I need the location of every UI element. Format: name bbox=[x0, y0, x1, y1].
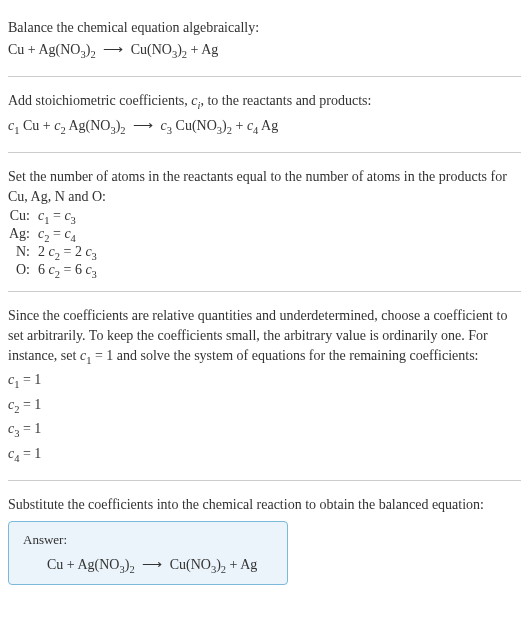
intro-equation: Cu + Ag(NO3)2 ⟶ Cu(NO3)2 + Ag bbox=[8, 40, 521, 62]
answer-title: Substitute the coefficients into the che… bbox=[8, 495, 521, 515]
coefficient-values: c1 = 1 c2 = 1 c3 = 1 c4 = 1 bbox=[8, 370, 521, 466]
atom-row-o: O: 6 c2 = 6 c3 bbox=[8, 262, 97, 280]
atom-label: Cu: bbox=[8, 208, 38, 226]
eq-lhs-cu: Cu bbox=[47, 557, 63, 572]
eq-rhs-cuno3: Cu(NO3)2 bbox=[170, 557, 226, 572]
coef-value: c2 = 1 bbox=[8, 395, 521, 417]
atom-row-ag: Ag: c2 = c4 bbox=[8, 226, 97, 244]
solve-text: Since the coefficients are relative quan… bbox=[8, 306, 521, 368]
coef-title: Add stoichiometric coefficients, ci, to … bbox=[8, 91, 521, 113]
eq-lhs-cu: Cu bbox=[8, 42, 24, 57]
atom-label: Ag: bbox=[8, 226, 38, 244]
eq-plus: + bbox=[187, 42, 201, 57]
intro-title: Balance the chemical equation algebraica… bbox=[8, 18, 521, 38]
atom-equation: c1 = c3 bbox=[38, 208, 97, 226]
atoms-title: Set the number of atoms in the reactants… bbox=[8, 167, 521, 206]
coef-value: c4 = 1 bbox=[8, 444, 521, 466]
arrow-icon: ⟶ bbox=[133, 118, 153, 133]
section-answer: Substitute the coefficients into the che… bbox=[8, 485, 521, 593]
divider bbox=[8, 152, 521, 153]
coef-value: c3 = 1 bbox=[8, 419, 521, 441]
answer-box: Answer: Cu + Ag(NO3)2 ⟶ Cu(NO3)2 + Ag bbox=[8, 521, 288, 586]
coef-equation: c1 Cu + c2 Ag(NO3)2 ⟶ c3 Cu(NO3)2 + c4 A… bbox=[8, 116, 521, 138]
eq-plus: + bbox=[24, 42, 38, 57]
atom-equations-table: Cu: c1 = c3 Ag: c2 = c4 N: 2 c2 = 2 c3 O… bbox=[8, 208, 97, 279]
coef-value: c1 = 1 bbox=[8, 370, 521, 392]
atom-equation: 2 c2 = 2 c3 bbox=[38, 244, 97, 262]
eq-lhs-agno3: Ag(NO3)2 bbox=[77, 557, 134, 572]
divider bbox=[8, 76, 521, 77]
divider bbox=[8, 480, 521, 481]
divider bbox=[8, 291, 521, 292]
arrow-icon: ⟶ bbox=[103, 42, 123, 57]
eq-lhs-agno3: Ag(NO3)2 bbox=[38, 42, 95, 57]
atom-equation: c2 = c4 bbox=[38, 226, 97, 244]
eq-rhs-ag: Ag bbox=[201, 42, 218, 57]
atom-label: N: bbox=[8, 244, 38, 262]
section-coefficients: Add stoichiometric coefficients, ci, to … bbox=[8, 81, 521, 148]
balanced-equation: Cu + Ag(NO3)2 ⟶ Cu(NO3)2 + Ag bbox=[23, 556, 273, 575]
atom-label: O: bbox=[8, 262, 38, 280]
eq-rhs-ag: Ag bbox=[240, 557, 257, 572]
atom-row-n: N: 2 c2 = 2 c3 bbox=[8, 244, 97, 262]
atom-row-cu: Cu: c1 = c3 bbox=[8, 208, 97, 226]
section-intro: Balance the chemical equation algebraica… bbox=[8, 8, 521, 72]
atom-equation: 6 c2 = 6 c3 bbox=[38, 262, 97, 280]
answer-label: Answer: bbox=[23, 532, 273, 548]
arrow-icon: ⟶ bbox=[142, 557, 162, 572]
section-solve: Since the coefficients are relative quan… bbox=[8, 296, 521, 476]
section-atoms: Set the number of atoms in the reactants… bbox=[8, 157, 521, 287]
eq-rhs-cuno3: Cu(NO3)2 bbox=[131, 42, 187, 57]
